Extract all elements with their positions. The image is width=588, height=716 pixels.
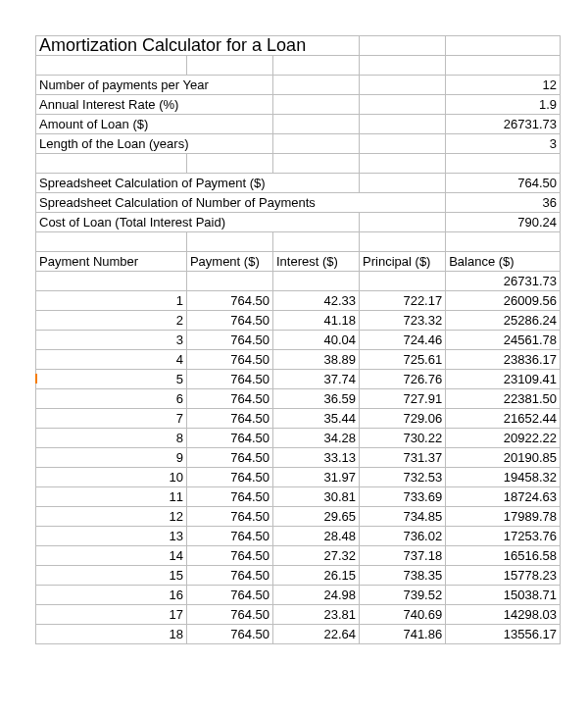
cell-prin[interactable]: 723.32 [360,311,446,331]
cell-bal[interactable]: 20922.22 [446,429,561,448]
cell-pn[interactable]: 6 [36,389,187,409]
cell-pn[interactable]: 11 [36,487,187,507]
cell-bal[interactable]: 26009.56 [446,291,561,311]
cell-prin[interactable]: 729.06 [360,409,446,429]
cell-pay[interactable]: 764.50 [186,546,272,566]
cell-int[interactable]: 33.13 [273,448,360,468]
cell-pn[interactable]: 15 [36,566,187,586]
cell-pay[interactable]: 764.50 [186,507,272,527]
start-balance[interactable]: 26731.73 [446,272,561,291]
cell-bal[interactable]: 25286.24 [446,311,561,331]
cell[interactable] [273,115,360,134]
cell-bal[interactable]: 23109.41 [446,370,561,389]
cell-bal[interactable]: 17989.78 [446,507,561,527]
cell[interactable] [36,232,187,252]
cell-prin[interactable]: 733.69 [360,487,446,507]
cell-prin[interactable]: 730.22 [360,429,446,448]
cell-pay[interactable]: 764.50 [186,350,272,370]
cell[interactable] [273,154,360,174]
cell-pay[interactable]: 764.50 [186,605,272,625]
cell-bal[interactable]: 24561.78 [446,331,561,350]
cell-int[interactable]: 38.89 [273,350,360,370]
cell[interactable] [36,154,187,174]
value[interactable]: 12 [446,76,561,95]
cell[interactable] [186,272,272,291]
cell-bal[interactable]: 17253.76 [446,527,561,546]
cell-int[interactable]: 34.28 [273,429,360,448]
value[interactable]: 36 [446,193,561,213]
cell-prin[interactable]: 722.17 [360,291,446,311]
cell-pay[interactable]: 764.50 [186,586,272,605]
cell-pn[interactable]: 3 [36,331,187,350]
cell-bal[interactable]: 18724.63 [446,487,561,507]
cell[interactable] [360,272,446,291]
cell[interactable] [360,76,446,95]
cell-pn[interactable]: 2 [36,311,187,331]
value[interactable]: 764.50 [446,174,561,193]
cell-pn[interactable]: 18 [36,625,187,644]
cell-int[interactable]: 24.98 [273,586,360,605]
cell-pn[interactable]: 9 [36,448,187,468]
cell[interactable] [360,232,446,252]
cell-pay[interactable]: 764.50 [186,566,272,586]
cell[interactable] [186,154,272,174]
cell-pn[interactable]: 4 [36,350,187,370]
cell-int[interactable]: 23.81 [273,605,360,625]
cell-pn[interactable]: 1 [36,291,187,311]
cell-pay[interactable]: 764.50 [186,429,272,448]
cell-prin[interactable]: 738.35 [360,566,446,586]
cell-pay[interactable]: 764.50 [186,389,272,409]
cell[interactable] [186,56,272,76]
cell-int[interactable]: 42.33 [273,291,360,311]
value[interactable]: 26731.73 [446,115,561,134]
cell-pay[interactable]: 764.50 [186,468,272,487]
cell-int[interactable]: 30.81 [273,487,360,507]
cell[interactable] [273,95,360,115]
cell-pay[interactable]: 764.50 [186,487,272,507]
cell-pn[interactable]: 7 [36,409,187,429]
cell-prin[interactable]: 725.61 [360,350,446,370]
cell[interactable] [36,56,187,76]
value[interactable]: 1.9 [446,95,561,115]
cell-pn[interactable]: 5 [36,370,187,389]
cell-pn[interactable]: 17 [36,605,187,625]
cell-prin[interactable]: 737.18 [360,546,446,566]
cell-int[interactable]: 29.65 [273,507,360,527]
cell-bal[interactable]: 21652.44 [446,409,561,429]
cell-pay[interactable]: 764.50 [186,331,272,350]
cell-bal[interactable]: 20190.85 [446,448,561,468]
cell-pn[interactable]: 14 [36,546,187,566]
cell[interactable] [273,232,360,252]
cell[interactable] [360,115,446,134]
cell-bal[interactable]: 15778.23 [446,566,561,586]
cell-pay[interactable]: 764.50 [186,370,272,389]
cell[interactable] [273,134,360,154]
cell[interactable] [273,76,360,95]
cell-int[interactable]: 35.44 [273,409,360,429]
cell[interactable] [360,56,446,76]
cell[interactable] [273,272,360,291]
cell[interactable] [360,134,446,154]
cell-pn[interactable]: 8 [36,429,187,448]
cell-prin[interactable]: 724.46 [360,331,446,350]
cell-int[interactable]: 22.64 [273,625,360,644]
cell[interactable] [360,95,446,115]
cell[interactable] [446,154,561,174]
cell[interactable] [446,36,561,56]
cell-int[interactable]: 28.48 [273,527,360,546]
cell-prin[interactable]: 732.53 [360,468,446,487]
cell-pay[interactable]: 764.50 [186,409,272,429]
cell[interactable] [186,232,272,252]
cell[interactable] [360,36,446,56]
cell[interactable] [446,232,561,252]
cell-pay[interactable]: 764.50 [186,311,272,331]
cell-bal[interactable]: 16516.58 [446,546,561,566]
cell-prin[interactable]: 727.91 [360,389,446,409]
cell-pn[interactable]: 12 [36,507,187,527]
cell-pn[interactable]: 16 [36,586,187,605]
cell-prin[interactable]: 731.37 [360,448,446,468]
cell[interactable] [36,272,187,291]
cell-int[interactable]: 31.97 [273,468,360,487]
cell-int[interactable]: 40.04 [273,331,360,350]
cell-pn[interactable]: 13 [36,527,187,546]
